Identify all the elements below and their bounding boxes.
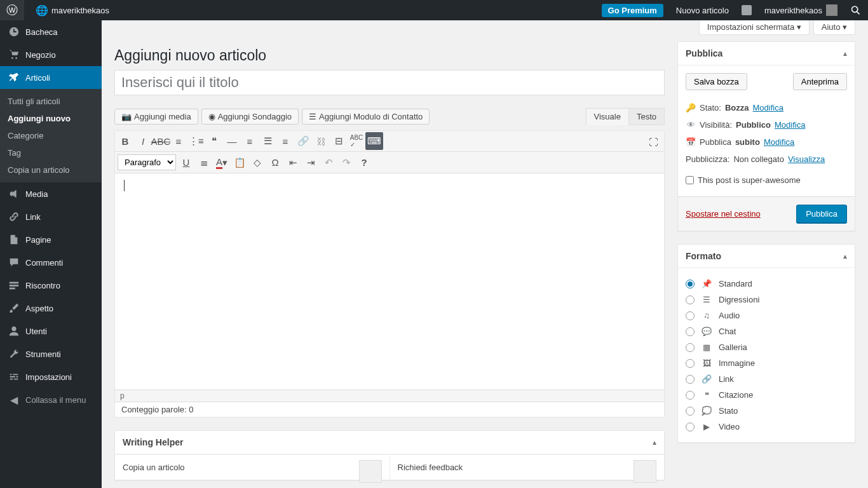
user-icon xyxy=(8,325,20,337)
paste-text-button[interactable]: 📋 xyxy=(231,154,248,172)
italic-button[interactable]: I xyxy=(134,132,152,150)
submenu-copy-post[interactable]: Copia un articolo xyxy=(0,161,102,179)
sidebar-item-settings[interactable]: Impostazioni xyxy=(0,365,102,388)
edit-schedule-link[interactable]: Modifica xyxy=(764,137,794,147)
kitchensink-button[interactable]: ⌨ xyxy=(365,132,383,150)
display-publicize-link[interactable]: Visualizza xyxy=(788,154,825,164)
format-chat-radio[interactable] xyxy=(686,327,695,336)
request-feedback-option[interactable]: Richiedi feedback xyxy=(390,455,665,480)
add-contact-form-button[interactable]: ☰Aggiungi Modulo di Contatto xyxy=(302,109,430,125)
clear-format-button[interactable]: ◇ xyxy=(248,154,266,172)
post-title-input[interactable] xyxy=(114,70,665,95)
text-tab[interactable]: Testo xyxy=(628,108,665,125)
sidebar-item-dashboard[interactable]: Bacheca xyxy=(0,20,102,43)
super-awesome-checkbox[interactable] xyxy=(686,176,694,184)
align-left-button[interactable]: ≡ xyxy=(241,132,259,150)
page-title: Aggiungi nuovo articolo xyxy=(114,41,665,67)
writing-helper-title: Writing Helper xyxy=(123,437,183,447)
new-post-link[interactable]: Nuovo articolo xyxy=(670,0,735,20)
bullet-list-button[interactable]: ≡ xyxy=(170,132,187,150)
preview-button[interactable]: Anteprima xyxy=(793,73,847,90)
align-justify-button[interactable]: ≣ xyxy=(195,154,213,172)
toggle-writing-helper[interactable]: ▴ xyxy=(653,438,656,447)
user-menu[interactable]: maverikthekaos xyxy=(758,0,844,20)
status-icon: 💭 xyxy=(701,406,712,416)
eye-icon: 👁 xyxy=(686,120,696,130)
undo-button[interactable]: ↶ xyxy=(320,154,337,172)
sidebar-item-store[interactable]: Negozio xyxy=(0,43,102,66)
hr-button[interactable]: — xyxy=(223,132,241,150)
link-button[interactable]: 🔗 xyxy=(294,132,312,150)
media-icon xyxy=(8,187,20,200)
sidebar-item-tools[interactable]: Strumenti xyxy=(0,342,102,365)
format-aside-radio[interactable] xyxy=(686,295,695,304)
format-select[interactable]: Paragrafo xyxy=(118,154,176,170)
save-draft-button[interactable]: Salva bozza xyxy=(686,73,747,90)
copy-post-option[interactable]: Copia un articolo xyxy=(115,455,390,480)
redo-button[interactable]: ↷ xyxy=(337,154,355,172)
collapse-menu-button[interactable]: ◀Collassa il menu xyxy=(0,388,102,411)
help-button[interactable]: Aiuto ▾ xyxy=(813,20,855,35)
word-count: Conteggio parole: 0 xyxy=(115,402,664,417)
key-icon: 🔑 xyxy=(686,103,696,112)
indent-button[interactable]: ⇥ xyxy=(302,154,320,172)
format-gallery-radio[interactable] xyxy=(686,343,695,352)
submenu-tags[interactable]: Tag xyxy=(0,144,102,161)
wp-logo[interactable]: ⓦ xyxy=(0,0,24,20)
spellcheck-button[interactable]: ABC✓ xyxy=(348,132,365,150)
go-premium-button[interactable]: Go Premium xyxy=(602,4,663,17)
format-quote-radio[interactable] xyxy=(686,391,695,400)
move-to-trash-button[interactable]: Spostare nel cestino xyxy=(686,209,761,219)
svg-rect-4 xyxy=(10,288,15,290)
format-status-radio[interactable] xyxy=(686,407,695,416)
sidebar-item-media[interactable]: Media xyxy=(0,182,102,205)
align-center-button[interactable]: ☰ xyxy=(259,132,276,150)
publish-button[interactable]: Pubblica xyxy=(796,205,847,223)
align-right-button[interactable]: ≡ xyxy=(276,132,294,150)
readmore-button[interactable]: ⊟ xyxy=(330,132,348,150)
numbered-list-button[interactable]: ⋮≡ xyxy=(187,132,205,150)
sidebar-item-feedback[interactable]: Riscontro xyxy=(0,274,102,297)
sidebar-item-comments[interactable]: Commenti xyxy=(0,251,102,274)
submenu-add-new[interactable]: Aggiungi nuovo xyxy=(0,110,102,127)
unlink-button[interactable]: ⛓ xyxy=(312,132,330,150)
underline-button[interactable]: U xyxy=(177,154,195,172)
format-link-radio[interactable] xyxy=(686,375,695,384)
special-char-button[interactable]: Ω xyxy=(266,154,284,172)
edit-visibility-link[interactable]: Modifica xyxy=(775,120,805,130)
screen-options-button[interactable]: Impostazioni schermata ▾ xyxy=(699,20,810,35)
calendar-icon: 📅 xyxy=(686,137,696,147)
user-name: maverikthekaos xyxy=(764,6,822,15)
comment-icon xyxy=(8,256,20,269)
strikethrough-button[interactable]: ABC xyxy=(152,132,170,150)
search-button[interactable] xyxy=(844,0,868,20)
format-video-radio[interactable] xyxy=(686,423,695,431)
help-button-editor[interactable]: ? xyxy=(355,154,373,172)
content-editor[interactable] xyxy=(115,173,664,390)
sidebar-item-link[interactable]: Link xyxy=(0,205,102,228)
visual-tab[interactable]: Visuale xyxy=(586,108,629,125)
sidebar-item-appearance[interactable]: Aspetto xyxy=(0,297,102,320)
blockquote-button[interactable]: ❝ xyxy=(205,132,223,150)
submenu-categories[interactable]: Categorie xyxy=(0,127,102,144)
format-audio-radio[interactable] xyxy=(686,311,695,320)
add-poll-button[interactable]: ◉Aggiungi Sondaggio xyxy=(201,109,299,125)
toggle-publish-box[interactable]: ▴ xyxy=(843,49,847,58)
editor-status-bar: p xyxy=(115,390,664,402)
toggle-format-box[interactable]: ▴ xyxy=(843,252,847,261)
globe-icon: 🌐 xyxy=(31,4,51,17)
sidebar-item-users[interactable]: Utenti xyxy=(0,320,102,342)
site-link[interactable]: 🌐 maverikthekaos xyxy=(24,0,116,20)
format-standard-radio[interactable] xyxy=(686,280,695,288)
outdent-button[interactable]: ⇤ xyxy=(284,154,302,172)
sidebar-item-pages[interactable]: Pagine xyxy=(0,228,102,251)
edit-status-link[interactable]: Modifica xyxy=(753,103,783,112)
notifications-button[interactable] xyxy=(735,0,758,20)
add-media-button[interactable]: 📷Aggiungi media xyxy=(114,109,198,125)
fullscreen-button[interactable]: ⛶ xyxy=(644,133,662,151)
submenu-all-posts[interactable]: Tutti gli articoli xyxy=(0,93,102,110)
text-color-button[interactable]: A▾ xyxy=(213,154,231,172)
bold-button[interactable]: B xyxy=(116,132,134,150)
sidebar-item-posts[interactable]: Articoli xyxy=(0,66,102,89)
format-image-radio[interactable] xyxy=(686,359,695,368)
